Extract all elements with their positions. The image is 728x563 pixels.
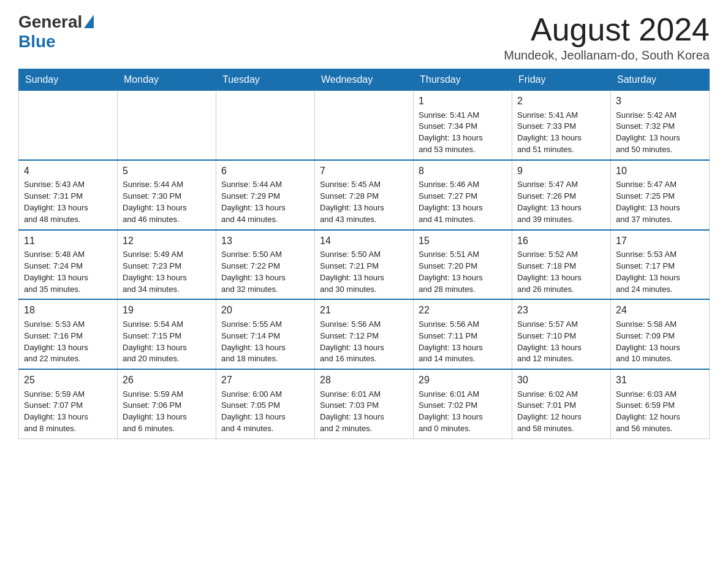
table-row: 16Sunrise: 5:52 AM Sunset: 7:18 PM Dayli… [512, 230, 611, 300]
table-row: 19Sunrise: 5:54 AM Sunset: 7:15 PM Dayli… [118, 299, 216, 369]
day-info: Sunrise: 5:46 AM Sunset: 7:27 PM Dayligh… [419, 179, 507, 225]
header-wednesday: Wednesday [315, 69, 414, 91]
day-number: 13 [221, 234, 309, 248]
day-number: 7 [320, 164, 408, 178]
header-tuesday: Tuesday [216, 69, 315, 91]
day-number: 23 [517, 304, 605, 317]
day-number: 26 [123, 373, 211, 387]
table-row: 3Sunrise: 5:42 AM Sunset: 7:32 PM Daylig… [611, 91, 710, 160]
day-number: 31 [616, 373, 704, 387]
day-number: 3 [616, 94, 704, 108]
table-row: 30Sunrise: 6:02 AM Sunset: 7:01 PM Dayli… [512, 369, 611, 439]
day-number: 18 [24, 304, 112, 317]
day-number: 2 [517, 94, 605, 108]
day-info: Sunrise: 6:03 AM Sunset: 6:59 PM Dayligh… [616, 389, 704, 435]
logo: General Blue [18, 12, 94, 52]
location-subtitle: Mundeok, Jeollanam-do, South Korea [504, 48, 710, 63]
day-number: 15 [419, 234, 507, 248]
day-number: 6 [221, 164, 309, 178]
day-number: 19 [123, 304, 211, 317]
day-info: Sunrise: 5:56 AM Sunset: 7:11 PM Dayligh… [419, 319, 507, 365]
day-info: Sunrise: 5:59 AM Sunset: 7:06 PM Dayligh… [123, 389, 211, 435]
day-info: Sunrise: 5:54 AM Sunset: 7:15 PM Dayligh… [123, 319, 211, 365]
day-number: 25 [24, 373, 112, 387]
day-info: Sunrise: 5:56 AM Sunset: 7:12 PM Dayligh… [320, 319, 408, 365]
table-row: 9Sunrise: 5:47 AM Sunset: 7:26 PM Daylig… [512, 160, 611, 230]
calendar-header-row: Sunday Monday Tuesday Wednesday Thursday… [19, 69, 710, 91]
logo-general-text: General [18, 12, 82, 32]
title-block: August 2024 Mundeok, Jeollanam-do, South… [504, 12, 710, 63]
svg-marker-0 [84, 15, 94, 28]
table-row: 1Sunrise: 5:41 AM Sunset: 7:34 PM Daylig… [414, 91, 512, 160]
day-info: Sunrise: 5:49 AM Sunset: 7:23 PM Dayligh… [123, 249, 211, 295]
day-number: 21 [320, 304, 408, 317]
day-info: Sunrise: 5:53 AM Sunset: 7:16 PM Dayligh… [24, 319, 112, 365]
table-row: 11Sunrise: 5:48 AM Sunset: 7:24 PM Dayli… [19, 230, 118, 300]
calendar-week-row: 11Sunrise: 5:48 AM Sunset: 7:24 PM Dayli… [19, 230, 710, 300]
table-row: 18Sunrise: 5:53 AM Sunset: 7:16 PM Dayli… [19, 299, 118, 369]
day-info: Sunrise: 5:41 AM Sunset: 7:33 PM Dayligh… [517, 110, 605, 156]
table-row [118, 91, 216, 160]
table-row: 12Sunrise: 5:49 AM Sunset: 7:23 PM Dayli… [118, 230, 216, 300]
day-number: 10 [616, 164, 704, 178]
table-row: 22Sunrise: 5:56 AM Sunset: 7:11 PM Dayli… [414, 299, 512, 369]
day-info: Sunrise: 6:01 AM Sunset: 7:03 PM Dayligh… [320, 389, 408, 435]
day-info: Sunrise: 5:59 AM Sunset: 7:07 PM Dayligh… [24, 389, 112, 435]
day-info: Sunrise: 6:01 AM Sunset: 7:02 PM Dayligh… [419, 389, 507, 435]
day-info: Sunrise: 5:47 AM Sunset: 7:25 PM Dayligh… [616, 179, 704, 225]
day-number: 9 [517, 164, 605, 178]
day-info: Sunrise: 5:55 AM Sunset: 7:14 PM Dayligh… [221, 319, 309, 365]
day-info: Sunrise: 5:50 AM Sunset: 7:21 PM Dayligh… [320, 249, 408, 295]
table-row: 31Sunrise: 6:03 AM Sunset: 6:59 PM Dayli… [611, 369, 710, 439]
table-row: 2Sunrise: 5:41 AM Sunset: 7:33 PM Daylig… [512, 91, 611, 160]
day-info: Sunrise: 5:43 AM Sunset: 7:31 PM Dayligh… [24, 179, 112, 225]
table-row: 27Sunrise: 6:00 AM Sunset: 7:05 PM Dayli… [216, 369, 315, 439]
day-info: Sunrise: 5:44 AM Sunset: 7:30 PM Dayligh… [123, 179, 211, 225]
day-number: 16 [517, 234, 605, 248]
table-row: 4Sunrise: 5:43 AM Sunset: 7:31 PM Daylig… [19, 160, 118, 230]
day-number: 11 [24, 234, 112, 248]
table-row: 24Sunrise: 5:58 AM Sunset: 7:09 PM Dayli… [611, 299, 710, 369]
header-thursday: Thursday [414, 69, 512, 91]
day-number: 20 [221, 304, 309, 317]
day-number: 27 [221, 373, 309, 387]
day-number: 8 [419, 164, 507, 178]
header-saturday: Saturday [611, 69, 710, 91]
table-row: 10Sunrise: 5:47 AM Sunset: 7:25 PM Dayli… [611, 160, 710, 230]
table-row: 28Sunrise: 6:01 AM Sunset: 7:03 PM Dayli… [315, 369, 414, 439]
day-number: 22 [419, 304, 507, 317]
day-info: Sunrise: 5:45 AM Sunset: 7:28 PM Dayligh… [320, 179, 408, 225]
day-info: Sunrise: 6:02 AM Sunset: 7:01 PM Dayligh… [517, 389, 605, 435]
calendar-table: Sunday Monday Tuesday Wednesday Thursday… [18, 69, 710, 439]
logo-triangle-icon [84, 15, 94, 31]
day-info: Sunrise: 5:57 AM Sunset: 7:10 PM Dayligh… [517, 319, 605, 365]
calendar-week-row: 18Sunrise: 5:53 AM Sunset: 7:16 PM Dayli… [19, 299, 710, 369]
table-row: 15Sunrise: 5:51 AM Sunset: 7:20 PM Dayli… [414, 230, 512, 300]
header-friday: Friday [512, 69, 611, 91]
day-number: 28 [320, 373, 408, 387]
day-number: 29 [419, 373, 507, 387]
table-row: 20Sunrise: 5:55 AM Sunset: 7:14 PM Dayli… [216, 299, 315, 369]
calendar-week-row: 25Sunrise: 5:59 AM Sunset: 7:07 PM Dayli… [19, 369, 710, 439]
table-row: 17Sunrise: 5:53 AM Sunset: 7:17 PM Dayli… [611, 230, 710, 300]
day-info: Sunrise: 5:50 AM Sunset: 7:22 PM Dayligh… [221, 249, 309, 295]
day-number: 30 [517, 373, 605, 387]
day-number: 4 [24, 164, 112, 178]
day-number: 12 [123, 234, 211, 248]
day-number: 1 [419, 94, 507, 108]
calendar-week-row: 1Sunrise: 5:41 AM Sunset: 7:34 PM Daylig… [19, 91, 710, 160]
table-row: 21Sunrise: 5:56 AM Sunset: 7:12 PM Dayli… [315, 299, 414, 369]
table-row [19, 91, 118, 160]
page-header: General Blue August 2024 Mundeok, Jeolla… [18, 12, 710, 63]
day-info: Sunrise: 5:42 AM Sunset: 7:32 PM Dayligh… [616, 110, 704, 156]
table-row: 26Sunrise: 5:59 AM Sunset: 7:06 PM Dayli… [118, 369, 216, 439]
logo-blue-text: Blue [18, 32, 56, 51]
header-monday: Monday [118, 69, 216, 91]
table-row [216, 91, 315, 160]
table-row: 25Sunrise: 5:59 AM Sunset: 7:07 PM Dayli… [19, 369, 118, 439]
table-row: 23Sunrise: 5:57 AM Sunset: 7:10 PM Dayli… [512, 299, 611, 369]
day-number: 14 [320, 234, 408, 248]
day-info: Sunrise: 5:44 AM Sunset: 7:29 PM Dayligh… [221, 179, 309, 225]
table-row: 7Sunrise: 5:45 AM Sunset: 7:28 PM Daylig… [315, 160, 414, 230]
day-info: Sunrise: 5:58 AM Sunset: 7:09 PM Dayligh… [616, 319, 704, 365]
